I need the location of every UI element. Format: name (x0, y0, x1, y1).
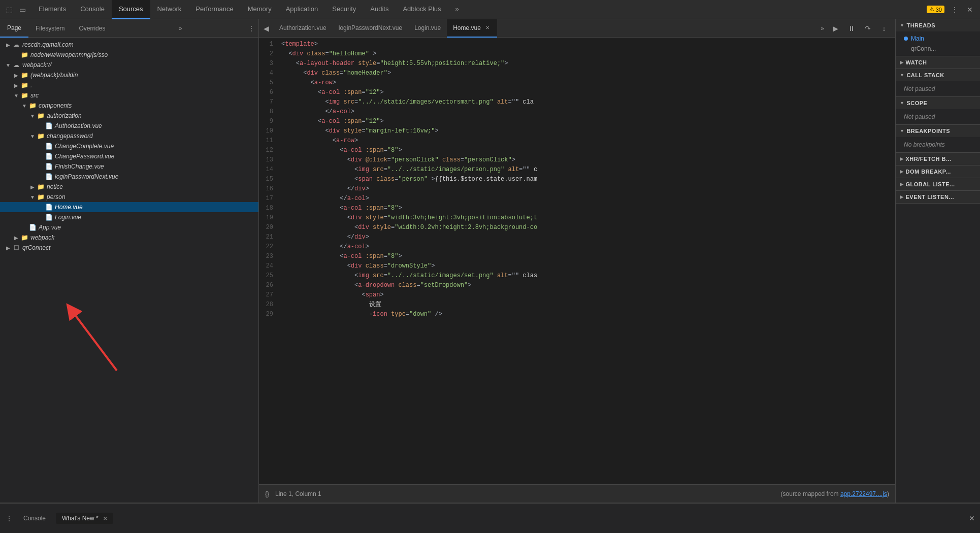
top-nav-bar: ⬚ ▭ Elements Console Sources Network Per… (0, 0, 980, 19)
active-dot (904, 37, 908, 41)
tree-arrow (4, 42, 12, 48)
tree-item-changepassword-vue[interactable]: 📄 ChangePassword.vue (0, 151, 258, 161)
tree-item-changepassword-folder[interactable]: 📁 changepassword (0, 131, 258, 141)
tree-item-node[interactable]: 📁 node/ww/wwopenmng/js/sso (0, 50, 258, 60)
tab-memory[interactable]: Memory (241, 0, 279, 19)
tab-login-vue[interactable]: Login.vue (408, 19, 447, 38)
tree-item-person-folder[interactable]: 📁 person (0, 192, 258, 202)
tab-network[interactable]: Network (150, 0, 189, 19)
close-tab-icon[interactable]: ✕ (484, 24, 491, 31)
step-over-icon[interactable]: ↷ (861, 19, 875, 38)
file-icon: 📄 (45, 142, 53, 150)
left-panel-options[interactable]: ⋮ (248, 25, 258, 32)
tab-sources[interactable]: Sources (112, 0, 150, 19)
tab-console[interactable]: Console (73, 0, 112, 19)
tree-arrow (12, 83, 20, 88)
tree-item-rescdn[interactable]: ☁ rescdn.qqmail.com (0, 40, 258, 50)
tab-adblock[interactable]: Adblock Plus (396, 0, 448, 19)
tab-application[interactable]: Application (279, 0, 325, 19)
warning-icon: ⚠ (929, 6, 934, 13)
thread-qrconn[interactable]: qrConn... (896, 44, 980, 54)
pause-icon[interactable]: ⏸ (844, 19, 859, 38)
file-icon: 📄 (45, 173, 53, 181)
section-callstack-header[interactable]: Call Stack (896, 69, 980, 81)
whats-new-close-icon[interactable]: ✕ (103, 516, 107, 521)
tree-item-qrconnect-folder[interactable]: ☐ qrConnect (0, 243, 258, 253)
tree-item-app-vue[interactable]: 📄 App.vue (0, 222, 258, 232)
format-icon[interactable]: {} (265, 490, 269, 497)
bottom-panel-menu-icon[interactable]: ⋮ (5, 514, 13, 522)
nav-back-btn[interactable]: ◀ (259, 19, 273, 38)
tree-label: notice (47, 183, 63, 190)
main-layout: Page Filesystem Overrides » ⋮ ☁ rescdn.q… (0, 19, 980, 503)
section-threads-header[interactable]: Threads (896, 19, 980, 31)
tree-item-home-vue[interactable]: 📄 Home.vue (0, 202, 258, 212)
folder-icon: 📁 (28, 102, 37, 110)
tree-item-loginpasswordnext[interactable]: 📄 loginPasswordNext.vue (0, 172, 258, 182)
tree-arrow (20, 103, 28, 109)
close-devtools-icon[interactable]: ✕ (965, 5, 975, 15)
section-label: Event Listen... (906, 194, 955, 200)
tab-performance[interactable]: Performance (188, 0, 240, 19)
tree-item-changecomplete[interactable]: 📄 ChangeComplete.vue (0, 141, 258, 151)
tree-item-components[interactable]: 📁 components (0, 101, 258, 111)
inspect-icon[interactable]: ⬚ (4, 5, 14, 15)
play-icon[interactable]: ▶ (828, 19, 842, 38)
cursor-position: Line 1, Column 1 (275, 490, 321, 497)
section-label: Global Liste... (906, 181, 955, 187)
close-bottom-panel-icon[interactable]: ✕ (969, 514, 975, 522)
section-arrow (900, 169, 904, 174)
section-scope-header[interactable]: Scope (896, 97, 980, 109)
tree-item-dot[interactable]: 📁 . (0, 80, 258, 90)
tree-label: Home.vue (55, 204, 83, 211)
file-icon: 📄 (45, 203, 53, 211)
tree-item-login-vue[interactable]: 📄 Login.vue (0, 212, 258, 222)
source-map-link[interactable]: app.2722497....js (840, 490, 887, 497)
device-icon[interactable]: ▭ (17, 5, 27, 15)
right-panel: Threads Main qrConn... Watch (895, 19, 980, 503)
whats-new-label: What's New * (62, 515, 99, 522)
thread-main[interactable]: Main (896, 34, 980, 44)
console-tab[interactable]: Console (17, 513, 52, 524)
tab-more-btn[interactable]: » (816, 25, 828, 32)
tree-item-authorization-folder[interactable]: 📁 authorization (0, 111, 258, 121)
tree-item-webpack[interactable]: ☁ webpack:// (0, 60, 258, 70)
more-options-icon[interactable]: ⋮ (950, 5, 960, 15)
step-into-icon[interactable]: ↓ (877, 19, 891, 38)
section-dom-header[interactable]: DOM Breakp... (896, 165, 980, 178)
tree-item-webpack-buildin[interactable]: 📁 (webpack)/buildin (0, 70, 258, 80)
section-watch-header[interactable]: Watch (896, 56, 980, 69)
section-breakpoints-header[interactable]: Breakpoints (896, 125, 980, 137)
tree-item-authorization-vue[interactable]: 📄 Authorization.vue (0, 121, 258, 131)
tab-loginpasswordnext-vue[interactable]: loginPasswordNext.vue (333, 19, 408, 38)
tab-audits[interactable]: Audits (363, 0, 396, 19)
warning-badge[interactable]: ⚠ 30 (927, 6, 944, 13)
tab-authorization-vue[interactable]: Authorization.vue (273, 19, 333, 38)
line-numbers: 12345 678910 1112131415 1617181920 21222… (259, 38, 277, 484)
tree-item-finishchange[interactable]: 📄 FinishChange.vue (0, 161, 258, 172)
section-global-header[interactable]: Global Liste... (896, 178, 980, 190)
tab-left-more[interactable]: » (174, 25, 187, 32)
tree-arrow (12, 235, 20, 241)
tab-security[interactable]: Security (325, 0, 363, 19)
console-tab-label: Console (23, 515, 46, 522)
tab-page[interactable]: Page (0, 19, 28, 38)
section-scope: Scope Not paused (896, 97, 980, 125)
callstack-status: Not paused (896, 83, 980, 94)
tree-label: changepassword (47, 132, 93, 140)
tree-item-notice-folder[interactable]: 📁 notice (0, 182, 258, 192)
tree-item-webpack-folder[interactable]: 📁 webpack (0, 232, 258, 243)
whats-new-tab[interactable]: What's New * ✕ (56, 513, 113, 524)
tab-filesystem[interactable]: Filesystem (28, 19, 72, 38)
tab-overrides[interactable]: Overrides (72, 19, 112, 38)
tree-label: Login.vue (55, 214, 81, 221)
tab-home-vue[interactable]: Home.vue ✕ (447, 19, 497, 38)
tab-more[interactable]: » (448, 0, 466, 19)
breakpoints-status: No breakpoints (896, 139, 980, 150)
tab-elements[interactable]: Elements (31, 0, 73, 19)
tree-item-src[interactable]: 📁 src (0, 90, 258, 101)
section-event-header[interactable]: Event Listen... (896, 191, 980, 203)
section-xhr-header[interactable]: XHR/fetch B... (896, 153, 980, 165)
file-icon: 📄 (28, 223, 37, 231)
code-area[interactable]: 12345 678910 1112131415 1617181920 21222… (259, 38, 895, 484)
